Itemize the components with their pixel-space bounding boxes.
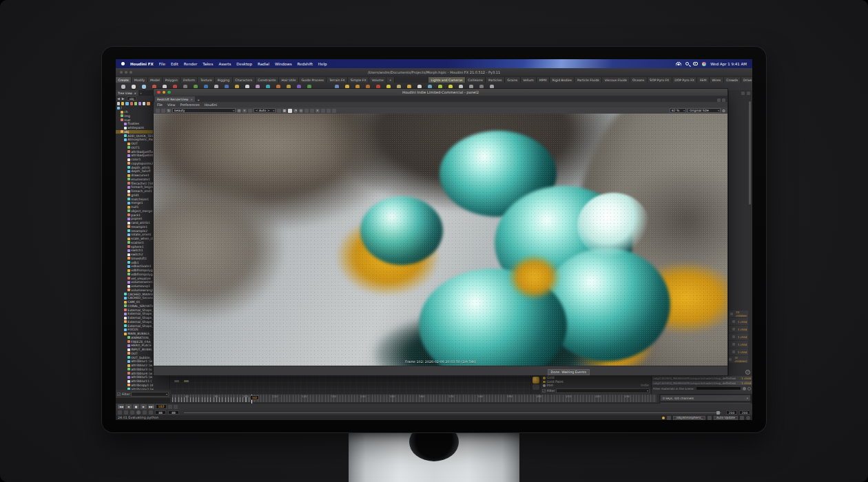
render-menu-view[interactable]: View: [167, 103, 175, 107]
loop-icon[interactable]: [130, 410, 134, 415]
material-filter-field[interactable]: [556, 388, 650, 393]
world-icon[interactable]: ◎: [237, 109, 241, 113]
material-preview[interactable]: [533, 384, 539, 390]
copy-icon[interactable]: [327, 109, 331, 113]
menubar-app-name[interactable]: Houdini FX: [130, 62, 154, 66]
shelf-tab[interactable]: Deform: [180, 77, 198, 83]
tab-redshift-renderview[interactable]: Redshift RenderView ×: [155, 96, 195, 102]
shelf-tab[interactable]: Terrain FX: [327, 77, 348, 83]
menubar-item-redshift[interactable]: Redshift: [298, 62, 313, 66]
minimize-icon[interactable]: [125, 71, 127, 74]
context-path-chip[interactable]: /obj/Atmospheric_: [673, 416, 705, 420]
menubar-clock[interactable]: Wed Apr 1 9:41 AM: [710, 62, 747, 66]
shelf-tab[interactable]: Constraints: [256, 77, 279, 83]
refresh-icon[interactable]: [707, 416, 712, 420]
add-tab-button[interactable]: +: [140, 92, 143, 95]
range-slider-handle[interactable]: [716, 411, 720, 415]
back-icon[interactable]: ◀: [117, 96, 120, 101]
render-image[interactable]: Frame 102: 2026-02-06 20:03:50 (1m 54s): [154, 114, 727, 367]
shelf-tab[interactable]: Particle Fluids: [575, 77, 602, 83]
help-icon[interactable]: ?: [745, 370, 750, 375]
fit-icon[interactable]: [310, 109, 314, 113]
current-frame-field[interactable]: 102: [156, 404, 167, 409]
shelf-tool-icon[interactable]: [132, 85, 136, 89]
playhead-frame-tag[interactable]: 102: [250, 395, 259, 400]
search-icon[interactable]: [685, 62, 689, 65]
render-window-titlebar[interactable]: Houdini Indie Limited-Commercial - panel…: [154, 89, 727, 96]
tree-filter-icon[interactable]: [130, 102, 133, 105]
step-back-button[interactable]: [168, 405, 172, 409]
snapshot-a-icon[interactable]: [156, 109, 160, 113]
shelf-tab[interactable]: Grains: [505, 77, 521, 83]
wifi-icon[interactable]: [676, 62, 681, 66]
network-node[interactable]: [174, 380, 179, 382]
audio-icon[interactable]: [124, 410, 128, 415]
render-menu-file[interactable]: File: [157, 103, 163, 107]
play-button[interactable]: ▶: [141, 404, 147, 409]
lock-icon[interactable]: [277, 109, 281, 113]
close2-icon[interactable]: ×: [316, 109, 320, 113]
scene-material-row[interactable]: /obj/CACHED_MAINSHAPE/unquickshade1/shop…: [652, 381, 752, 385]
record-icon[interactable]: [136, 410, 141, 415]
shelf-tab[interactable]: Crowds: [724, 77, 741, 83]
shelf-tab[interactable]: Oceans: [630, 77, 648, 83]
tree-filter-icon[interactable]: [143, 102, 145, 105]
update-mode-dropdown[interactable]: Auto Update: [714, 416, 738, 420]
gear-icon[interactable]: [747, 92, 750, 95]
shelf-tab[interactable]: Rigid Bodies: [550, 77, 575, 83]
minimize-icon[interactable]: [163, 91, 166, 94]
step-forward-button[interactable]: [174, 405, 178, 409]
tree-filter-icon[interactable]: [121, 102, 124, 105]
scrollbar[interactable]: [749, 101, 751, 205]
zoom-icon[interactable]: [130, 71, 132, 74]
ring-icon[interactable]: [747, 387, 751, 390]
menubar-item-edit[interactable]: Edit: [171, 62, 178, 66]
shelf-tab[interactable]: +: [386, 77, 395, 83]
global-range-start-field[interactable]: 88: [155, 410, 166, 415]
shelf-tab[interactable]: Create: [116, 77, 132, 83]
shelf-tab[interactable]: MPM: [537, 77, 550, 83]
shelf-tab[interactable]: Volume: [369, 77, 386, 83]
shelf-tab[interactable]: Characters: [233, 77, 256, 83]
shelf-tab[interactable]: Particles: [486, 77, 504, 83]
menubar-item-help[interactable]: Help: [318, 62, 327, 66]
menubar-item-radial[interactable]: Radial: [258, 62, 269, 66]
control-center-icon[interactable]: [693, 62, 698, 65]
stop-button[interactable]: ■: [133, 404, 139, 409]
aov-auto-dropdown[interactable]: < Auto >: [254, 108, 276, 113]
tree-filter-icon[interactable]: [134, 102, 137, 105]
display-size-dropdown[interactable]: Original Size: [688, 108, 721, 113]
menubar-item-file[interactable]: File: [159, 62, 165, 66]
shelf-tab[interactable]: Simple FX: [348, 77, 369, 83]
tree-path-chip[interactable]: obj: [127, 96, 137, 101]
close-icon[interactable]: ×: [134, 92, 136, 95]
shelf-tab[interactable]: Lights and Cameras: [428, 77, 466, 83]
shelf-tab[interactable]: Collisions: [466, 77, 486, 83]
menubar-item-render[interactable]: Render: [184, 62, 198, 66]
shelf-tab[interactable]: Hair Utils: [279, 77, 299, 83]
pin-icon[interactable]: [741, 92, 745, 95]
shelf-tab[interactable]: Polygon: [163, 77, 180, 83]
shelf-tab[interactable]: Modify: [132, 77, 147, 83]
sphere-icon[interactable]: [743, 387, 746, 390]
close-icon[interactable]: ×: [190, 98, 193, 101]
scene-material-row[interactable]: /obj/CACHED_MAINSHAPE/unquickshade1/shop…: [652, 376, 752, 380]
keys-info-dropdown[interactable]: 0 keys, 0/0 channels▾: [660, 395, 751, 401]
refresh-icon[interactable]: ↻: [167, 109, 171, 113]
range-slider[interactable]: [184, 412, 721, 413]
material-preview-gold[interactable]: [533, 377, 539, 384]
shelf-tab[interactable]: DOP Pyro FX: [672, 77, 698, 83]
menubar-item-desktop[interactable]: Desktop: [236, 62, 252, 66]
message-log-icon[interactable]: [667, 416, 671, 420]
playback-range-end-field[interactable]: 200: [726, 410, 737, 415]
menubar-item-windows[interactable]: Windows: [275, 62, 292, 66]
zoom-icon[interactable]: [167, 91, 171, 94]
target-icon[interactable]: ◎: [299, 109, 303, 113]
forward-icon[interactable]: ▶: [122, 96, 125, 101]
memory-icon[interactable]: [746, 416, 750, 420]
scope-icon[interactable]: [149, 410, 153, 415]
render-pass-dropdown[interactable]: beauty: [172, 108, 236, 113]
realtime-toggle-icon[interactable]: [118, 410, 122, 415]
background-swatch-icon[interactable]: [288, 109, 292, 113]
add-tab-button[interactable]: +: [197, 98, 200, 102]
